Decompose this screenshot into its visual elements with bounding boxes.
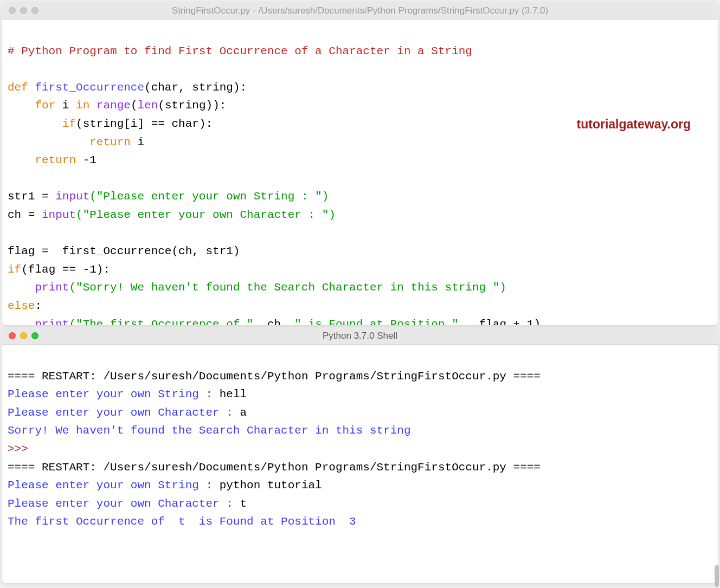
kw-in: in bbox=[76, 99, 89, 112]
close-icon[interactable] bbox=[9, 332, 16, 339]
run1-output: Sorry! We haven't found the Search Chara… bbox=[8, 424, 417, 437]
input-builtin2: input bbox=[42, 209, 76, 221]
print-str2c: " is Found at Position " bbox=[294, 318, 458, 326]
minimize-icon[interactable] bbox=[20, 332, 27, 339]
watermark-text: tutorialgateway.org bbox=[577, 114, 691, 134]
return-val2: -1 bbox=[76, 154, 97, 166]
minimize-icon[interactable] bbox=[20, 7, 27, 14]
kw-if-flag: if bbox=[8, 263, 21, 276]
kw-if: if bbox=[62, 118, 76, 130]
editor-window: StringFirstOccur.py - /Users/suresh/Docu… bbox=[2, 2, 718, 325]
input-str2: ("Please enter your own Character : ") bbox=[76, 209, 336, 221]
input-builtin1: input bbox=[55, 190, 89, 203]
range-builtin: range bbox=[89, 99, 131, 112]
shell-content[interactable]: ==== RESTART: /Users/suresh/Documents/Py… bbox=[2, 345, 718, 572]
shell-titlebar[interactable]: Python 3.7.0 Shell bbox=[2, 327, 718, 345]
print-str1: ("Sorry! We haven't found the Search Cha… bbox=[69, 281, 506, 294]
scrollbar-thumb[interactable] bbox=[715, 565, 718, 583]
str1-var: str1 = bbox=[8, 190, 55, 203]
run2-input1: python tutorial bbox=[220, 479, 322, 492]
zoom-icon[interactable] bbox=[31, 7, 38, 14]
shell-window: Python 3.7.0 Shell ==== RESTART: /Users/… bbox=[2, 327, 718, 583]
run2-output: The first Occurrence of t is Found at Po… bbox=[8, 515, 356, 528]
restart-line2: ==== RESTART: /Users/suresh/Documents/Py… bbox=[8, 461, 541, 474]
editor-title: StringFirstOccur.py - /Users/suresh/Docu… bbox=[9, 5, 711, 16]
range-arg: (string)): bbox=[158, 99, 226, 112]
zoom-icon[interactable] bbox=[31, 332, 38, 339]
run1-input1: hell bbox=[220, 388, 247, 400]
len-builtin: len bbox=[138, 99, 158, 112]
input-str1: ("Please enter your own String : ") bbox=[89, 190, 329, 203]
print-str2b: , ch, bbox=[254, 318, 295, 326]
for-var: i bbox=[55, 99, 76, 112]
shell-title: Python 3.7.0 Shell bbox=[9, 331, 711, 341]
traffic-lights bbox=[9, 7, 38, 14]
print-str2a: ("The first Occurrence of " bbox=[69, 318, 253, 326]
func-name: first_Occurrence bbox=[28, 81, 144, 94]
kw-else: else bbox=[8, 300, 35, 312]
run2-input2: t bbox=[240, 497, 247, 510]
run2-prompt2: Please enter your own Character : bbox=[8, 497, 240, 510]
restart-line1: ==== RESTART: /Users/suresh/Documents/Py… bbox=[8, 370, 541, 383]
ch-var: ch = bbox=[8, 209, 42, 221]
if-flag-cond: (flag == -1): bbox=[21, 263, 110, 276]
close-icon[interactable] bbox=[9, 7, 16, 14]
return-val1: i bbox=[131, 136, 144, 148]
run1-input2: a bbox=[240, 406, 247, 419]
func-params: (char, string): bbox=[144, 81, 247, 94]
print-builtin1: print bbox=[35, 281, 69, 294]
else-colon: : bbox=[35, 300, 42, 312]
run2-prompt1: Please enter your own String : bbox=[8, 479, 220, 492]
kw-return1: return bbox=[89, 136, 131, 148]
editor-titlebar[interactable]: StringFirstOccur.py - /Users/suresh/Docu… bbox=[2, 2, 718, 20]
run1-prompt2: Please enter your own Character : bbox=[8, 406, 240, 419]
flag-assign: flag = first_Occurrence(ch, str1) bbox=[8, 245, 240, 257]
print-str2d: , flag + 1) bbox=[459, 318, 541, 326]
kw-def: def bbox=[8, 81, 28, 94]
run1-prompt1: Please enter your own String : bbox=[8, 388, 220, 400]
kw-for: for bbox=[35, 99, 55, 112]
shell-prompt-chevron: >>> bbox=[8, 443, 35, 455]
traffic-lights bbox=[9, 332, 38, 339]
if-cond: (string[i] == char): bbox=[76, 118, 213, 130]
code-comment: # Python Program to find First Occurrenc… bbox=[8, 45, 472, 57]
print-builtin2: print bbox=[35, 318, 69, 326]
editor-content[interactable]: # Python Program to find First Occurrenc… bbox=[2, 20, 718, 325]
kw-return2: return bbox=[35, 154, 76, 166]
